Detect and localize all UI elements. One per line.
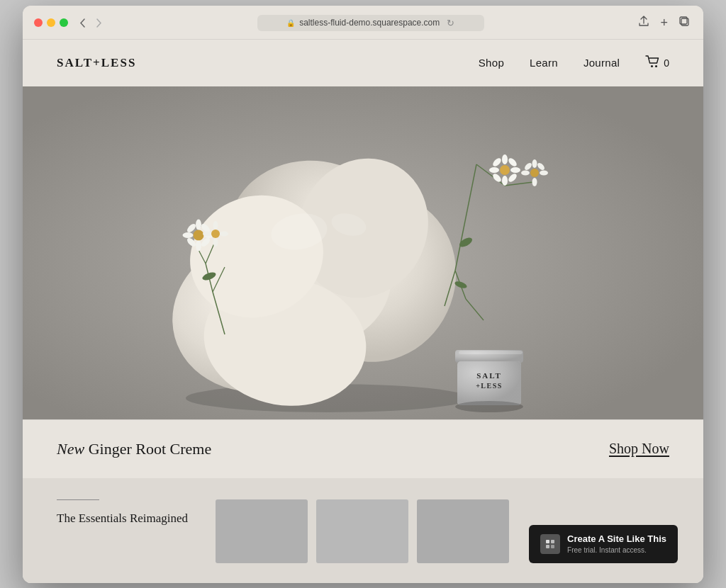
bottom-wrapper: The Essentials Reimagined [23, 478, 703, 583]
browser-actions: + [636, 14, 692, 32]
close-button[interactable] [34, 18, 43, 27]
essentials-text: The Essentials Reimagined [57, 511, 199, 526]
squarespace-promo[interactable]: Create A Site Like This Free trial. Inst… [529, 525, 678, 563]
nav-item-journal[interactable]: Journal [583, 57, 620, 69]
svg-point-3 [655, 65, 657, 67]
svg-rect-68 [546, 545, 549, 548]
minimize-button[interactable] [47, 18, 55, 27]
shop-now-link[interactable]: Shop Now [609, 441, 669, 457]
tabs-button[interactable] [676, 14, 692, 32]
product-title-italic: New [57, 440, 84, 458]
svg-rect-69 [551, 545, 554, 548]
svg-rect-67 [551, 540, 554, 543]
product-strip: New Ginger Root Creme Shop Now [23, 419, 703, 478]
svg-point-2 [651, 65, 653, 67]
squarespace-logo-icon [540, 534, 560, 554]
browser-controls [77, 17, 105, 29]
site-nav: SALT+LESS Shop Learn Journal 0 [23, 40, 703, 86]
maximize-button[interactable] [60, 18, 68, 27]
forward-button[interactable] [94, 17, 105, 29]
thumbnail-2[interactable] [316, 499, 408, 563]
nav-item-shop[interactable]: Shop [479, 57, 504, 69]
squarespace-subtext: Free trial. Instant access. [567, 545, 666, 555]
reload-icon[interactable]: ↻ [447, 18, 454, 28]
nav-item-learn[interactable]: Learn [530, 57, 558, 69]
address-bar[interactable]: 🔒 saltless-fluid-demo.squarespace.com ↻ [113, 15, 627, 31]
squarespace-headline: Create A Site Like This [567, 533, 666, 545]
product-title-rest: Ginger Root Creme [84, 440, 211, 458]
site-logo[interactable]: SALT+LESS [57, 56, 136, 70]
back-button[interactable] [77, 17, 88, 29]
thumbnail-3[interactable] [417, 499, 509, 563]
lock-icon: 🔒 [286, 19, 295, 27]
browser-chrome: 🔒 saltless-fluid-demo.squarespace.com ↻ … [23, 6, 703, 40]
product-title: New Ginger Root Creme [57, 440, 211, 458]
squarespace-text-area: Create A Site Like This Free trial. Inst… [567, 533, 666, 555]
traffic-lights [34, 18, 68, 27]
site-content: SALT+LESS Shop Learn Journal 0 [23, 40, 703, 583]
cart-count: 0 [664, 57, 669, 69]
cart-button[interactable]: 0 [645, 55, 669, 71]
hero-image: SALT +LESS [23, 86, 703, 419]
new-tab-button[interactable]: + [657, 14, 671, 32]
divider-line [57, 499, 99, 500]
url-text: saltless-fluid-demo.squarespace.com [299, 18, 440, 28]
essentials-area: The Essentials Reimagined [57, 499, 199, 526]
nav-links: Shop Learn Journal 0 [479, 55, 669, 71]
cart-icon [645, 55, 661, 71]
thumbnail-1[interactable] [216, 499, 308, 563]
svg-rect-66 [546, 540, 549, 543]
share-button[interactable] [636, 14, 652, 32]
browser-window: 🔒 saltless-fluid-demo.squarespace.com ↻ … [23, 6, 703, 583]
